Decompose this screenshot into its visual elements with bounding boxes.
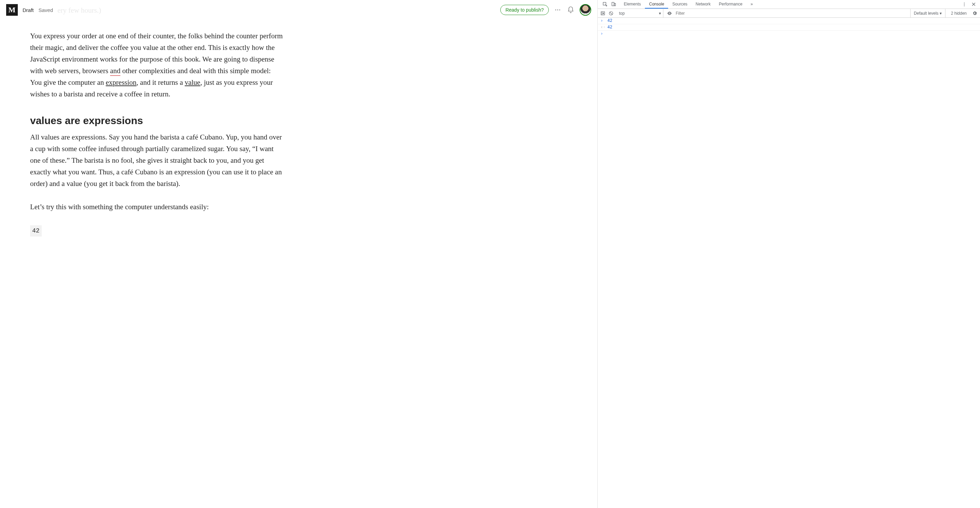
- console-input-row: › 42: [598, 18, 980, 24]
- chevron-down-icon: ▾: [940, 11, 942, 16]
- notifications-icon[interactable]: [566, 6, 575, 14]
- prompt-arrow-icon: ›: [600, 32, 604, 36]
- inspect-element-icon[interactable]: [603, 2, 608, 7]
- svg-point-0: [555, 10, 556, 11]
- avatar[interactable]: [579, 4, 591, 16]
- context-selector[interactable]: top ▾: [617, 9, 663, 17]
- paragraph-3[interactable]: Let’s try this with something the comput…: [30, 201, 283, 213]
- code-42: 42: [30, 225, 42, 237]
- svg-point-6: [964, 2, 965, 3]
- editor-body[interactable]: You express your order at one end of the…: [0, 20, 597, 508]
- devtools-pane: Elements Console Sources Network Perform…: [598, 0, 980, 508]
- devtools-tabbar: Elements Console Sources Network Perform…: [598, 0, 980, 9]
- console-output: › 42 ‹· 42 ›: [598, 18, 980, 508]
- live-expression-icon[interactable]: [667, 11, 672, 16]
- devtools-close-icon[interactable]: [972, 2, 976, 7]
- svg-point-11: [669, 13, 670, 14]
- console-output-row: ‹· 42: [598, 24, 980, 31]
- hidden-count[interactable]: 2 hidden: [949, 11, 969, 16]
- svg-point-7: [964, 4, 965, 5]
- tab-console[interactable]: Console: [645, 0, 668, 8]
- console-prompt[interactable]: ›: [598, 31, 980, 37]
- console-filter-input[interactable]: [676, 11, 907, 16]
- log-levels-selector[interactable]: Default levels ▾: [910, 9, 945, 17]
- saved-status: Saved: [39, 7, 53, 13]
- p1-value-link[interactable]: value: [185, 78, 200, 86]
- code-block[interactable]: 42: [30, 224, 283, 237]
- output-arrow-icon: ‹·: [600, 25, 604, 30]
- paragraph-2[interactable]: All values are expressions. Say you hand…: [30, 131, 283, 189]
- svg-rect-4: [612, 2, 614, 6]
- p1-expression-link[interactable]: expression: [106, 78, 137, 86]
- medium-editor-pane: M Draft Saved ery few hours.) Ready to p…: [0, 0, 598, 508]
- chevron-down-icon: ▾: [659, 11, 661, 16]
- tab-elements[interactable]: Elements: [620, 0, 645, 8]
- medium-header: M Draft Saved ery few hours.) Ready to p…: [0, 0, 597, 20]
- p1-text-c: , and it returns a: [137, 78, 185, 86]
- device-toolbar-icon[interactable]: [611, 2, 616, 7]
- tab-performance[interactable]: Performance: [715, 0, 746, 8]
- svg-point-1: [557, 10, 558, 11]
- medium-logo[interactable]: M: [6, 4, 18, 16]
- input-arrow-icon: ›: [600, 19, 604, 23]
- svg-point-8: [964, 5, 965, 6]
- context-label: top: [619, 11, 625, 16]
- console-output-value: 42: [607, 25, 612, 30]
- devtools-menu-icon[interactable]: [962, 2, 967, 7]
- levels-label: Default levels: [914, 11, 939, 16]
- console-toolbar: top ▾ Default levels ▾ 2 hidden: [598, 9, 980, 18]
- clear-console-icon[interactable]: [609, 11, 613, 16]
- draft-status: Draft: [22, 7, 34, 13]
- tab-network[interactable]: Network: [691, 0, 715, 8]
- publish-button[interactable]: Ready to publish?: [500, 5, 549, 15]
- console-settings-icon[interactable]: [972, 11, 977, 16]
- more-options-icon[interactable]: [554, 6, 562, 14]
- p1-and-flagged: and: [110, 67, 120, 76]
- section-heading[interactable]: values are expressions: [30, 115, 283, 127]
- svg-rect-5: [614, 3, 616, 6]
- tab-overflow-icon[interactable]: »: [746, 0, 757, 8]
- paragraph-1[interactable]: You express your order at one end of the…: [30, 30, 283, 100]
- svg-point-2: [559, 10, 560, 11]
- console-sidebar-toggle-icon[interactable]: [600, 11, 605, 16]
- console-input-value: 42: [607, 19, 612, 23]
- ghost-prev-text: ery few hours.): [57, 6, 101, 15]
- tab-sources[interactable]: Sources: [668, 0, 691, 8]
